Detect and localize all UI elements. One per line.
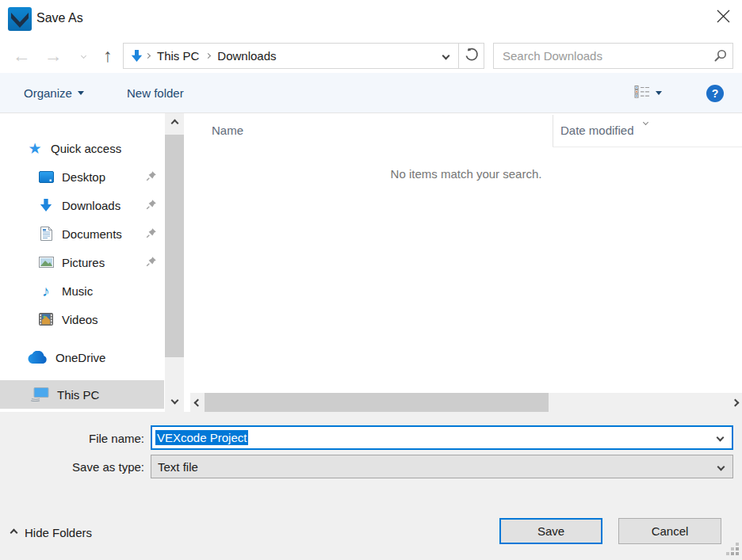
window-title: Save As — [36, 11, 83, 25]
downloads-icon — [37, 198, 55, 212]
help-button[interactable]: ? — [706, 85, 724, 102]
desktop-icon — [37, 171, 55, 183]
vexcode-logo-icon — [8, 7, 32, 31]
location-icon — [124, 44, 146, 68]
onedrive-cloud-icon — [26, 351, 48, 364]
arrow-left-icon: ← — [13, 47, 31, 65]
sidebar-item-music[interactable]: ♪ Music — [0, 276, 164, 305]
chevron-right-icon — [731, 398, 739, 406]
chevron-down-icon — [717, 463, 725, 471]
documents-icon — [37, 227, 55, 241]
close-button[interactable] — [709, 4, 737, 31]
scrollbar-thumb[interactable] — [205, 393, 549, 412]
sidebar-item-pictures[interactable]: Pictures — [0, 248, 164, 276]
refresh-button[interactable] — [458, 43, 484, 69]
save-as-type-select[interactable]: Text file — [151, 455, 733, 478]
chevron-down-icon — [643, 120, 648, 125]
new-folder-button[interactable]: New folder — [127, 73, 184, 112]
scroll-down-button[interactable] — [165, 392, 184, 408]
pin-icon — [146, 227, 157, 241]
sidebar-item-label: Quick access — [51, 142, 121, 155]
scroll-right-button[interactable] — [728, 393, 742, 412]
pictures-icon — [37, 257, 55, 268]
cancel-button[interactable]: Cancel — [618, 518, 721, 544]
resize-grip-icon[interactable] — [726, 543, 740, 558]
close-icon — [717, 10, 730, 25]
scroll-left-button[interactable] — [190, 393, 205, 412]
sidebar-item-downloads[interactable]: Downloads — [0, 191, 164, 219]
chevron-up-icon — [10, 529, 18, 537]
breadcrumb-this-pc[interactable]: This PC — [150, 44, 206, 68]
sidebar-scrollbar[interactable] — [165, 113, 184, 412]
chevron-down-icon — [442, 52, 450, 60]
chevron-down-icon — [170, 396, 178, 404]
sidebar-item-this-pc[interactable]: This PC — [0, 380, 164, 409]
address-dropdown-button[interactable] — [436, 44, 458, 68]
arrow-up-icon: ↑ — [103, 47, 113, 65]
sidebar-item-label: Desktop — [62, 170, 105, 184]
search-box — [493, 43, 733, 69]
quick-access-star-icon: ★ — [26, 141, 44, 156]
file-name-label: File name: — [0, 432, 144, 445]
cancel-button-label: Cancel — [652, 524, 689, 538]
sidebar-item-videos[interactable]: Videos — [0, 305, 164, 333]
bottom-panel: File name: VEXcode Project Save as type:… — [0, 412, 742, 560]
pin-icon — [146, 199, 157, 212]
command-toolbar: Organize New folder — [0, 73, 742, 113]
chevron-up-icon — [170, 119, 178, 127]
pin-icon — [146, 256, 157, 269]
sidebar-item-documents[interactable]: Documents — [0, 219, 164, 248]
empty-results-message: No items match your search. — [190, 167, 742, 181]
sidebar-item-label: This PC — [57, 388, 99, 402]
back-button[interactable]: ← — [10, 41, 33, 70]
dropdown-triangle-icon — [656, 91, 662, 95]
file-name-value: VEXcode Project — [155, 430, 248, 445]
save-as-dialog: Save As ← → ↑ This PC Downloads — [0, 0, 742, 560]
pin-icon — [146, 170, 157, 184]
column-separator[interactable] — [553, 115, 553, 147]
address-bar[interactable]: This PC Downloads — [123, 43, 459, 69]
sidebar-item-label: OneDrive — [55, 351, 105, 364]
forward-button[interactable]: → — [41, 41, 65, 70]
breadcrumb-downloads[interactable]: Downloads — [210, 44, 283, 68]
chevron-down-icon — [80, 52, 86, 58]
scroll-up-button[interactable] — [165, 115, 184, 131]
save-as-type-value: Text file — [158, 460, 198, 474]
column-header-date-modified[interactable]: Date modified — [560, 124, 634, 137]
recent-locations-button[interactable] — [76, 41, 90, 70]
sidebar-item-onedrive[interactable]: OneDrive — [0, 343, 164, 371]
sort-filter-button[interactable] — [644, 113, 648, 127]
save-as-type-label: Save as type: — [0, 460, 144, 474]
horizontal-scrollbar[interactable] — [190, 393, 742, 412]
hide-folders-button[interactable]: Hide Folders — [11, 526, 92, 539]
up-button[interactable]: ↑ — [96, 41, 120, 70]
search-input[interactable] — [494, 44, 707, 68]
refresh-icon — [465, 48, 479, 64]
sidebar-item-desktop[interactable]: Desktop — [0, 162, 164, 191]
file-list-pane: Name Date modified No items match your s… — [190, 113, 742, 412]
this-pc-icon — [29, 387, 50, 402]
sidebar-item-label: Documents — [62, 227, 122, 241]
save-button-label: Save — [537, 524, 564, 538]
sidebar-item-label: Music — [62, 284, 93, 298]
arrow-right-icon: → — [44, 47, 63, 65]
sidebar-item-label: Videos — [62, 313, 98, 326]
change-view-button[interactable] — [634, 73, 662, 112]
question-mark-icon: ? — [712, 87, 719, 100]
navigation-pane: ★ Quick access Desktop — [0, 113, 164, 412]
column-underline — [553, 147, 742, 147]
column-header-name[interactable]: Name — [212, 124, 243, 137]
organize-button[interactable]: Organize — [24, 73, 84, 112]
chevron-left-icon — [193, 398, 201, 406]
scrollbar-thumb[interactable] — [165, 135, 184, 357]
search-icon[interactable] — [707, 49, 732, 63]
sidebar-item-label: Downloads — [62, 199, 120, 212]
dropdown-triangle-icon — [78, 91, 84, 95]
chevron-down-icon[interactable] — [717, 434, 725, 442]
new-folder-label: New folder — [127, 86, 184, 100]
sidebar-item-label: Pictures — [62, 256, 105, 269]
save-button[interactable]: Save — [499, 518, 602, 544]
file-name-input[interactable]: VEXcode Project — [151, 425, 733, 450]
music-note-icon: ♪ — [37, 284, 55, 299]
sidebar-item-quick-access[interactable]: ★ Quick access — [0, 134, 164, 162]
